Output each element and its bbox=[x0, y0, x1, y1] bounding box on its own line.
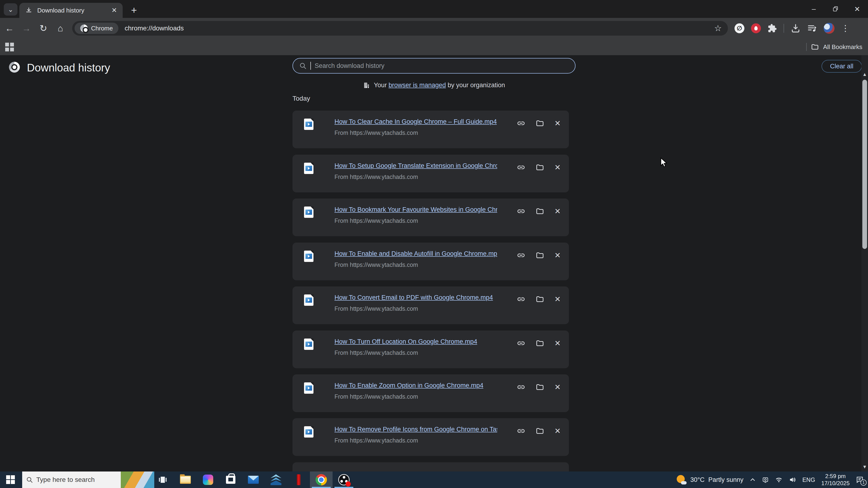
volume-icon[interactable] bbox=[789, 476, 796, 484]
bookmark-star-icon[interactable]: ☆ bbox=[714, 23, 722, 33]
download-card-partial bbox=[292, 462, 569, 471]
copy-link-button[interactable] bbox=[515, 205, 527, 217]
download-file-link[interactable]: How To Setup Google Translate Extension … bbox=[335, 162, 497, 169]
weather-temp: 30°C bbox=[690, 476, 705, 484]
remove-download-button[interactable]: ✕ bbox=[552, 205, 564, 217]
bookmarks-divider bbox=[806, 43, 807, 51]
remove-download-button[interactable]: ✕ bbox=[552, 337, 564, 349]
copy-link-button[interactable] bbox=[515, 249, 527, 261]
clear-all-button[interactable]: Clear all bbox=[822, 60, 862, 73]
file-explorer-button[interactable] bbox=[174, 471, 197, 488]
search-highlights-thumbnail[interactable] bbox=[121, 471, 154, 488]
start-button[interactable] bbox=[6, 475, 15, 484]
weather-icon bbox=[676, 475, 687, 485]
adblock-extension-icon[interactable] bbox=[751, 23, 761, 33]
scroll-down-arrow[interactable]: ▼ bbox=[861, 464, 868, 469]
download-file-link[interactable]: How To Turn Off Location On Google Chrom… bbox=[335, 338, 477, 346]
apps-grid-icon[interactable] bbox=[5, 43, 14, 52]
clock-widget[interactable]: 2:59 pm 17/10/2025 bbox=[821, 473, 849, 487]
copy-link-button[interactable] bbox=[515, 337, 527, 349]
copy-link-button[interactable] bbox=[515, 381, 527, 393]
browser-tab-download-history[interactable]: Download history ✕ bbox=[19, 3, 123, 18]
download-card: How To Bookmark Your Favourite Websites … bbox=[292, 198, 569, 236]
mail-button[interactable] bbox=[242, 471, 265, 488]
active-app-indicator bbox=[312, 487, 331, 488]
device-sync-icon[interactable] bbox=[762, 476, 769, 483]
close-button[interactable]: ✕ bbox=[846, 0, 868, 18]
reload-button[interactable]: ↻ bbox=[36, 21, 51, 36]
extensions-puzzle-icon[interactable] bbox=[768, 24, 777, 33]
show-in-folder-button[interactable] bbox=[534, 117, 546, 129]
mail-icon bbox=[248, 476, 259, 484]
download-file-link[interactable]: How To Bookmark Your Favourite Websites … bbox=[335, 206, 497, 214]
extension-badge-icon[interactable]: ∅ bbox=[735, 23, 744, 33]
remove-download-button[interactable]: ✕ bbox=[552, 117, 564, 129]
address-bar[interactable]: Chrome chrome://downloads ☆ bbox=[72, 21, 728, 36]
restore-button[interactable] bbox=[825, 0, 846, 18]
show-in-folder-button[interactable] bbox=[534, 425, 546, 437]
back-button[interactable]: ← bbox=[2, 21, 17, 36]
weather-widget[interactable]: 30°C Partly sunny bbox=[676, 475, 743, 485]
language-indicator[interactable]: ENG bbox=[802, 477, 815, 483]
show-in-folder-button[interactable] bbox=[534, 161, 546, 173]
download-file-link[interactable]: How To Enable Zoom Option in Google Chro… bbox=[335, 382, 483, 389]
remove-download-button[interactable]: ✕ bbox=[552, 293, 564, 305]
action-center-button[interactable]: 1 bbox=[856, 476, 864, 484]
microsoft-store-button[interactable] bbox=[219, 471, 242, 488]
show-in-folder-button[interactable] bbox=[534, 293, 546, 305]
url-text[interactable]: chrome://downloads bbox=[125, 25, 714, 32]
download-file-link[interactable]: How To Convert Email to PDF with Google … bbox=[335, 294, 493, 301]
remove-download-button[interactable]: ✕ bbox=[552, 381, 564, 393]
scroll-up-arrow[interactable]: ▲ bbox=[861, 72, 868, 77]
chrome-taskbar-button[interactable] bbox=[310, 471, 333, 488]
chrome-logo-icon bbox=[80, 25, 88, 32]
managed-link[interactable]: browser is managed bbox=[389, 82, 446, 89]
remove-download-button[interactable]: ✕ bbox=[552, 425, 564, 437]
page-scrollbar[interactable]: ▲ ▼ bbox=[861, 55, 868, 471]
taskbar-search-input[interactable]: Type here to search bbox=[22, 471, 154, 488]
site-chip[interactable]: Chrome bbox=[74, 23, 118, 34]
download-search-input[interactable]: Search download history bbox=[292, 58, 576, 73]
show-in-folder-button[interactable] bbox=[534, 249, 546, 261]
copy-link-button[interactable] bbox=[515, 425, 527, 437]
video-file-icon bbox=[304, 119, 313, 130]
new-tab-button[interactable]: + bbox=[128, 5, 140, 16]
show-in-folder-button[interactable] bbox=[534, 205, 546, 217]
copy-link-button[interactable] bbox=[515, 161, 527, 173]
wifi-icon[interactable] bbox=[775, 476, 783, 484]
browser-menu-icon[interactable]: ⋮ bbox=[841, 23, 849, 33]
media-controls-icon[interactable] bbox=[807, 23, 817, 33]
copy-link-button[interactable] bbox=[515, 117, 527, 129]
home-button[interactable]: ⌂ bbox=[53, 21, 68, 36]
profile-avatar[interactable] bbox=[824, 23, 835, 34]
tab-search-caret-button[interactable]: ⌄ bbox=[4, 3, 18, 15]
download-file-link[interactable]: How To Enable and Disable Autofill in Go… bbox=[335, 250, 497, 257]
pinned-app-red-button[interactable] bbox=[287, 471, 310, 488]
show-hidden-icons-chevron[interactable] bbox=[750, 477, 756, 483]
all-bookmarks-button[interactable]: All Bookmarks bbox=[806, 43, 862, 51]
download-file-link[interactable]: How To Remove Profile Icons from Google … bbox=[335, 426, 497, 433]
pinned-app-button[interactable] bbox=[265, 471, 287, 488]
task-view-button[interactable] bbox=[151, 471, 174, 488]
downloads-page: Download history Search download history… bbox=[0, 55, 868, 471]
minimize-button[interactable]: – bbox=[803, 0, 825, 18]
copy-link-button[interactable] bbox=[515, 293, 527, 305]
download-file-link[interactable]: How To Clear Cache In Google Chrome – Fu… bbox=[335, 118, 497, 125]
show-in-folder-button[interactable] bbox=[534, 337, 546, 349]
show-in-folder-button[interactable] bbox=[534, 381, 546, 393]
video-file-icon bbox=[304, 426, 313, 437]
copilot-button[interactable] bbox=[197, 471, 219, 488]
weather-condition: Partly sunny bbox=[708, 476, 743, 484]
tab-close-icon[interactable]: ✕ bbox=[112, 7, 117, 14]
page-title: Download history bbox=[27, 61, 110, 74]
video-file-icon bbox=[304, 382, 313, 394]
obs-taskbar-button[interactable] bbox=[333, 471, 355, 488]
downloads-toolbar-icon[interactable] bbox=[790, 23, 801, 33]
forward-button[interactable]: → bbox=[19, 21, 34, 36]
scrollbar-thumb[interactable] bbox=[862, 80, 867, 249]
chrome-icon bbox=[316, 474, 327, 485]
all-bookmarks-label: All Bookmarks bbox=[823, 43, 862, 51]
download-card: How To Clear Cache In Google Chrome – Fu… bbox=[292, 110, 569, 148]
remove-download-button[interactable]: ✕ bbox=[552, 161, 564, 173]
remove-download-button[interactable]: ✕ bbox=[552, 249, 564, 261]
